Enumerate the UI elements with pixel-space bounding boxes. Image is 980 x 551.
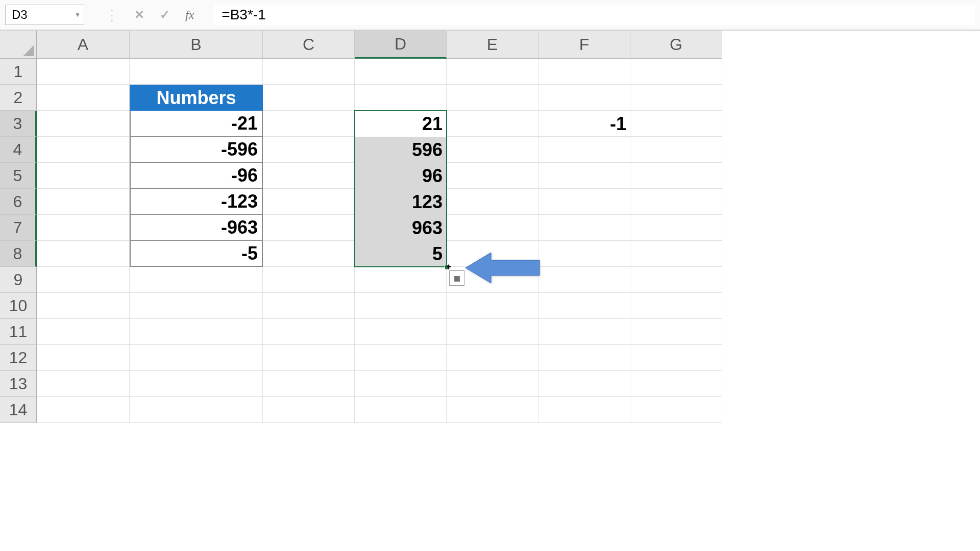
fx-icon[interactable]: fx — [185, 8, 194, 22]
select-all-corner[interactable] — [0, 31, 37, 59]
cell-C10[interactable] — [263, 293, 355, 319]
cell-A4[interactable] — [37, 137, 130, 163]
table-row[interactable]: 123 — [355, 189, 447, 215]
cell-A7[interactable] — [37, 215, 130, 241]
cell-G13[interactable] — [630, 371, 722, 397]
cell-C2[interactable] — [263, 85, 355, 111]
cell-C9[interactable] — [263, 267, 355, 293]
cell-B14[interactable] — [130, 397, 263, 423]
row-header-10[interactable]: 10 — [0, 293, 37, 319]
cell-G9[interactable] — [630, 267, 722, 293]
cell-C1[interactable] — [263, 59, 355, 85]
row-header-1[interactable]: 1 — [0, 59, 37, 85]
cell-F8[interactable] — [538, 241, 630, 267]
cell-D10[interactable] — [355, 293, 447, 319]
cell-E13[interactable] — [447, 371, 538, 397]
cell-C5[interactable] — [263, 163, 355, 189]
table-row[interactable]: -21 — [130, 111, 263, 137]
table-row[interactable]: -96 — [130, 163, 263, 189]
cell-A13[interactable] — [37, 371, 130, 397]
cell-A6[interactable] — [37, 189, 130, 215]
table-row[interactable]: -963 — [130, 215, 263, 241]
cell-E5[interactable] — [447, 163, 538, 189]
col-header-B[interactable]: B — [130, 31, 263, 59]
table-row[interactable]: 596 — [355, 137, 447, 163]
cell-G11[interactable] — [630, 319, 722, 345]
row-header-8[interactable]: 8 — [0, 241, 37, 267]
cell-G4[interactable] — [630, 137, 722, 163]
name-box[interactable]: D3 ▼ — [5, 5, 84, 25]
cell-C6[interactable] — [263, 189, 355, 215]
cell-G2[interactable] — [630, 85, 722, 111]
cell-G12[interactable] — [630, 345, 722, 371]
cell-E2[interactable] — [447, 85, 538, 111]
cell-F11[interactable] — [538, 319, 630, 345]
cell-E12[interactable] — [447, 345, 538, 371]
col-header-C[interactable]: C — [263, 31, 355, 59]
cell-B12[interactable] — [130, 345, 263, 371]
cell-G8[interactable] — [630, 241, 722, 267]
cell-G1[interactable] — [630, 59, 722, 85]
cell-A9[interactable] — [37, 267, 130, 293]
col-header-A[interactable]: A — [37, 31, 130, 59]
cell-E11[interactable] — [447, 319, 538, 345]
cell-A10[interactable] — [37, 293, 130, 319]
cell-A1[interactable] — [37, 59, 130, 85]
cell-E7[interactable] — [447, 215, 538, 241]
col-header-F[interactable]: F — [538, 31, 630, 59]
cell-D9[interactable] — [355, 267, 447, 293]
cell-G6[interactable] — [630, 189, 722, 215]
cell-E6[interactable] — [447, 189, 538, 215]
cell-B13[interactable] — [130, 371, 263, 397]
table-row[interactable]: -5 — [130, 241, 263, 267]
cell-D13[interactable] — [355, 371, 447, 397]
cell-F1[interactable] — [538, 59, 630, 85]
cell-A12[interactable] — [37, 345, 130, 371]
cell-E14[interactable] — [447, 397, 538, 423]
table-row[interactable]: 21 — [355, 111, 447, 137]
row-header-11[interactable]: 11 — [0, 319, 37, 345]
table-row[interactable]: -596 — [130, 137, 263, 163]
cell-C12[interactable] — [263, 345, 355, 371]
row-header-13[interactable]: 13 — [0, 371, 37, 397]
row-header-7[interactable]: 7 — [0, 215, 37, 241]
cell-F2[interactable] — [538, 85, 630, 111]
table-row[interactable]: 963 — [355, 215, 447, 241]
cell-C14[interactable] — [263, 397, 355, 423]
enter-icon[interactable]: ✓ — [160, 8, 170, 22]
cell-G7[interactable] — [630, 215, 722, 241]
cell-F7[interactable] — [538, 215, 630, 241]
cell-B11[interactable] — [130, 319, 263, 345]
cell-F4[interactable] — [538, 137, 630, 163]
cell-G3[interactable] — [630, 111, 722, 137]
table-row[interactable]: 96 — [355, 163, 447, 189]
row-header-14[interactable]: 14 — [0, 397, 37, 423]
cell-A11[interactable] — [37, 319, 130, 345]
cell-E3[interactable] — [447, 111, 538, 137]
cell-D12[interactable] — [355, 345, 447, 371]
cell-A3[interactable] — [37, 111, 130, 137]
cell-F6[interactable] — [538, 189, 630, 215]
cell-G5[interactable] — [630, 163, 722, 189]
formula-input[interactable]: =B3*-1 — [214, 5, 975, 25]
row-header-2[interactable]: 2 — [0, 85, 37, 111]
cell-D2[interactable] — [355, 85, 447, 111]
autofill-options-button[interactable]: ▦ — [449, 270, 464, 286]
cell-B10[interactable] — [130, 293, 263, 319]
chevron-down-icon[interactable]: ▼ — [75, 11, 81, 18]
row-header-9[interactable]: 9 — [0, 267, 37, 293]
cell-D11[interactable] — [355, 319, 447, 345]
cell-D14[interactable] — [355, 397, 447, 423]
table-row[interactable]: -123 — [130, 189, 263, 215]
cell-G14[interactable] — [630, 397, 722, 423]
cell-C7[interactable] — [263, 215, 355, 241]
cell-F14[interactable] — [538, 397, 630, 423]
col-header-E[interactable]: E — [447, 31, 538, 59]
cell-G10[interactable] — [630, 293, 722, 319]
col-header-D[interactable]: D — [355, 31, 447, 59]
cell-C3[interactable] — [263, 111, 355, 137]
cell-A14[interactable] — [37, 397, 130, 423]
cell-F10[interactable] — [538, 293, 630, 319]
cell-F12[interactable] — [538, 345, 630, 371]
cell-F5[interactable] — [538, 163, 630, 189]
